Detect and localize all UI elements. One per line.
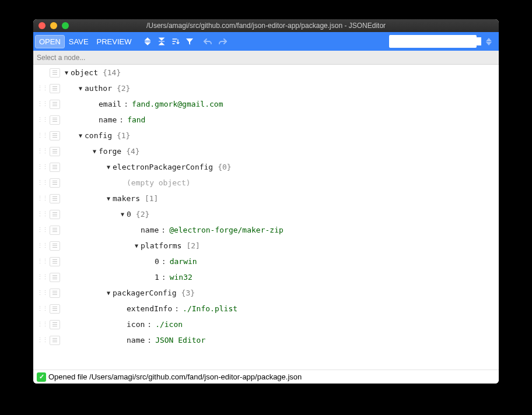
tree-row[interactable]: makers[1] [33,191,499,206]
context-menu-button[interactable] [50,210,60,219]
tree-row[interactable]: name:JSON Editor [33,332,499,348]
context-menu-button[interactable] [50,131,60,140]
preview-button[interactable]: PREVIEW [93,36,135,48]
context-menu-button[interactable] [50,194,60,203]
tree-row[interactable]: config{1} [33,128,499,143]
drag-handle-icon[interactable] [37,116,47,124]
node-key[interactable]: name [127,336,145,344]
node-key[interactable]: 0 [127,210,131,219]
drag-handle-icon[interactable] [37,210,47,218]
filter-icon[interactable] [183,35,196,48]
drag-handle-icon[interactable] [37,242,47,249]
node-value[interactable]: win32 [170,273,192,282]
drag-handle-icon[interactable] [37,305,47,312]
drag-handle-icon[interactable] [37,132,47,139]
tree-row[interactable]: icon:./icon [33,316,499,332]
breadcrumb-bar[interactable]: Select a node... [33,51,499,65]
tree-row[interactable]: author{2} [33,80,499,96]
expand-caret-icon[interactable] [104,290,113,296]
tree-row[interactable]: email:fand.gmork@gmail.com [33,96,499,112]
node-value[interactable]: fand [127,115,145,124]
expand-caret-icon[interactable] [62,69,71,76]
node-value[interactable]: JSON Editor [155,336,205,344]
node-key[interactable]: 0 [155,257,159,266]
expand-caret-icon[interactable] [104,164,113,170]
save-button[interactable]: SAVE [65,36,92,48]
node-value[interactable]: fand.gmork@gmail.com [132,100,223,108]
redo-icon[interactable] [216,35,229,48]
context-menu-button[interactable] [50,320,60,329]
node-key[interactable]: config [85,131,112,140]
node-key[interactable]: forge [99,147,121,156]
node-value[interactable]: darwin [170,257,197,266]
drag-handle-icon[interactable] [37,321,47,328]
tree-row[interactable]: 0{2} [33,206,499,222]
drag-handle-icon[interactable] [37,258,47,265]
node-key[interactable]: platforms [141,241,181,250]
undo-icon[interactable] [202,35,215,48]
close-window-button[interactable] [38,22,46,29]
expand-caret-icon[interactable] [76,132,85,139]
context-menu-button[interactable] [50,100,60,109]
search-next-icon[interactable] [486,42,492,45]
node-key[interactable]: name [99,115,117,124]
drag-handle-icon[interactable] [37,289,47,297]
context-menu-button[interactable] [50,226,60,235]
expand-all-icon[interactable] [141,35,154,48]
context-menu-button[interactable] [50,257,60,266]
context-menu-button[interactable] [50,289,60,298]
node-key[interactable]: extendInfo [127,304,172,313]
context-menu-button[interactable] [50,273,60,282]
drag-handle-icon[interactable] [37,336,47,344]
drag-handle-icon[interactable] [37,273,47,281]
tree-row[interactable]: name:fand [33,112,499,128]
node-value[interactable]: @electron-forge/maker-zip [169,226,284,234]
expand-caret-icon[interactable] [76,85,85,92]
node-key[interactable]: name [141,226,159,234]
minimize-window-button[interactable] [50,22,57,29]
tree-row[interactable]: forge{4} [33,143,499,159]
expand-caret-icon[interactable] [104,195,113,202]
search-input[interactable] [391,37,481,45]
expand-caret-icon[interactable] [132,242,141,249]
tree-row[interactable]: packagerConfig{3} [33,285,499,301]
drag-handle-icon[interactable] [37,163,47,171]
node-value[interactable]: ./icon [155,320,183,329]
search-box[interactable] [389,35,477,48]
search-nav[interactable] [481,38,496,45]
context-menu-button[interactable] [50,84,60,93]
tree-row[interactable]: extendInfo:./Info.plist [33,301,499,316]
node-key[interactable]: icon [127,320,145,329]
context-menu-button[interactable] [50,68,60,78]
node-key[interactable]: packagerConfig [113,289,177,297]
search-prev-icon[interactable] [486,38,492,41]
context-menu-button[interactable] [50,304,60,314]
drag-handle-icon[interactable] [37,100,47,108]
expand-caret-icon[interactable] [118,211,127,217]
sort-icon[interactable] [169,35,182,48]
tree-row[interactable]: platforms[2] [33,238,499,254]
drag-handle-icon[interactable] [37,179,47,187]
node-key[interactable]: 1 [155,273,159,282]
tree-row[interactable]: name:@electron-forge/maker-zip [33,222,499,238]
context-menu-button[interactable] [50,336,60,345]
maximize-window-button[interactable] [62,22,69,29]
node-key[interactable]: electronPackagerConfig [113,163,213,171]
tree-row[interactable]: 0:darwin [33,254,499,269]
tree-row[interactable]: 1:win32 [33,269,499,285]
node-key[interactable]: makers [113,194,140,203]
drag-handle-icon[interactable] [37,85,47,92]
context-menu-button[interactable] [50,115,60,125]
tree-row[interactable]: object{14} [33,65,499,80]
drag-handle-icon[interactable] [37,226,47,234]
context-menu-button[interactable] [50,241,60,251]
tree-row[interactable]: (empty object) [33,175,499,191]
node-key[interactable]: email [99,100,121,108]
collapse-all-icon[interactable] [155,35,168,48]
node-key[interactable]: object [71,68,98,77]
tree-row[interactable]: electronPackagerConfig{0} [33,159,499,175]
drag-handle-icon[interactable] [37,195,47,202]
context-menu-button[interactable] [50,147,60,156]
context-menu-button[interactable] [50,163,60,172]
json-tree[interactable]: object{14} author{2} email:fand.gmork@gm… [33,65,499,370]
